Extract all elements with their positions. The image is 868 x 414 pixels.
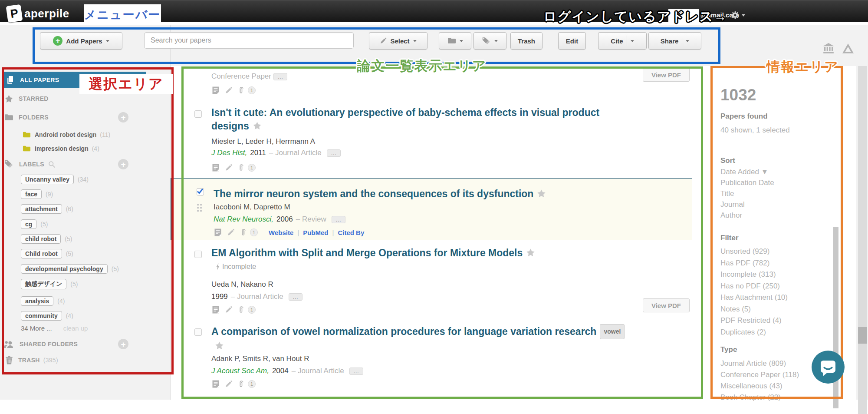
gear-icon[interactable] [731,11,740,20]
paper-checkbox[interactable] [194,251,202,258]
label-assign-button[interactable] [473,32,506,50]
sidebar-label-item[interactable]: face (9) [21,189,53,199]
add-label-button[interactable]: + [118,159,128,169]
filter-incomplete[interactable]: Incomplete (313) [720,269,788,281]
sidebar-folder-item[interactable]: Android robot design (11) [23,129,110,141]
settings-menu[interactable] [731,11,745,20]
paper-label-chip[interactable]: vowel [600,324,625,339]
sort-option-publication-date[interactable]: Publication Date [720,179,774,189]
sidebar-section-shared-folders[interactable]: SHARED FOLDERS [3,338,78,351]
paperclip-icon[interactable] [237,86,246,95]
paper-row-partial[interactable]: Conference Paper … 1 View PDF [171,66,692,101]
cite-button[interactable]: Cite [598,32,647,50]
paper-row[interactable]: A comparison of vowel normalization proc… [171,318,692,393]
paper-row-selected[interactable]: The mirror neuron system and the consequ… [171,178,692,241]
paper-checkbox-checked[interactable] [197,188,204,195]
sort-option-title[interactable]: Title [720,189,774,200]
more-options-badge[interactable]: … [289,293,302,301]
add-folder-button[interactable]: + [118,112,128,123]
filter-has-attachment[interactable]: Has Attachment (10) [720,292,788,304]
sidebar-item-starred[interactable]: STARRED [4,92,49,105]
paperclip-icon[interactable] [240,229,248,237]
paper-row[interactable]: Isn't it cute: An evolutionary perspecti… [171,101,692,179]
label-chip[interactable]: analysis [21,296,53,306]
notes-icon[interactable] [211,380,220,388]
notes-icon[interactable] [211,305,220,314]
label-chip[interactable]: community [21,311,62,321]
edit-pencil-icon[interactable] [225,164,233,172]
sidebar-label-item[interactable]: analysis (4) [21,296,65,306]
filter-has-pdf[interactable]: Has PDF (782) [720,258,788,269]
type-journal-article[interactable]: Journal Article (809) [720,358,799,369]
paper-title[interactable]: Isn't it cute: An evolutionary perspecti… [211,106,628,133]
type-book-chapter[interactable]: Book Chapter (22) [720,392,799,403]
google-drive-icon[interactable] [842,43,854,53]
notes-icon[interactable] [211,163,220,172]
paper-title[interactable]: EM Algorithm with Split and Merge Operat… [211,246,537,275]
sidebar-label-item[interactable]: attachment (6) [21,204,73,214]
more-options-badge[interactable]: … [327,149,341,157]
add-shared-folder-button[interactable]: + [118,339,128,349]
filter-notes[interactable]: Notes (5) [720,304,788,315]
paperpile-logo[interactable]: P aperpile [7,5,69,22]
paper-title-text[interactable]: Isn't it cute: An evolutionary perspecti… [211,107,599,132]
sidebar-label-item[interactable]: child robot (5) [21,234,72,244]
paper-checkbox[interactable] [194,328,202,336]
filter-has-no-pdf[interactable]: Has no PDF (250) [720,281,788,292]
view-pdf-button[interactable]: View PDF [643,68,690,82]
select-button[interactable]: Select [369,32,427,50]
share-button[interactable]: Share [648,32,701,50]
paper-journal[interactable]: J Acoust Soc Am, [211,367,269,375]
edit-pencil-icon[interactable] [225,86,233,94]
paper-title[interactable]: A comparison of vowel normalization proc… [211,324,628,353]
institution-proxy-icon[interactable] [823,43,834,54]
notes-icon[interactable] [211,86,220,95]
page-scrollbar-thumb[interactable] [858,327,867,344]
sidebar-section-labels[interactable]: LABELS [4,158,56,171]
more-options-badge[interactable]: … [349,368,363,375]
filter-duplicates[interactable]: Duplicates (2) [720,327,788,338]
paper-title[interactable]: The mirror neuron system and the consequ… [214,187,630,201]
trash-button[interactable]: Trash [510,32,542,50]
label-chip[interactable]: child robot [21,234,61,244]
page-scrollbar-track[interactable] [858,66,867,414]
label-chip[interactable]: Uncanny valley [21,175,74,184]
edit-pencil-icon[interactable] [225,380,233,388]
star-icon[interactable] [526,248,535,257]
sort-option-journal[interactable]: Journal [720,200,774,211]
label-chip[interactable]: 触感デザイン [21,279,66,289]
paperclip-icon[interactable] [237,306,246,314]
pubmed-link[interactable]: PubMed [303,229,328,236]
notes-icon[interactable] [214,228,222,237]
label-chip[interactable]: developmental psychology [21,264,108,274]
star-icon[interactable] [537,189,546,198]
paper-title-text[interactable]: The mirror neuron system and the consequ… [214,188,533,199]
edit-pencil-icon[interactable] [225,306,233,314]
sidebar-label-item[interactable]: community (4) [21,311,73,321]
sort-option-date-added[interactable]: Date Added ▼ [720,168,774,179]
paper-row[interactable]: EM Algorithm with Split and Merge Operat… [171,240,692,318]
clean-up-link[interactable]: clean up [63,325,88,332]
more-options-badge[interactable]: … [273,73,287,80]
paperclip-icon[interactable] [237,380,246,388]
cited-by-link[interactable]: Cited By [338,229,364,236]
sidebar-label-item[interactable]: Child robot (5) [21,249,73,258]
sidebar-section-folders[interactable]: FOLDERS [4,111,49,124]
label-chip[interactable]: attachment [21,204,62,214]
edit-button[interactable]: Edit [558,32,586,50]
sidebar-item-all-papers[interactable]: ALL PAPERS [3,72,146,88]
type-conference-paper[interactable]: Conference Paper (118) [720,369,799,381]
label-chip[interactable]: face [21,189,42,199]
sidebar-label-item[interactable]: Uncanny valley (34) [21,175,89,184]
more-labels-link[interactable]: 34 More ... [21,325,52,332]
more-options-badge[interactable]: … [332,216,345,223]
sidebar-label-item[interactable]: developmental psychology (5) [21,264,119,274]
website-link[interactable]: Website [269,229,293,236]
sidebar-folder-item[interactable]: Impression design (4) [23,142,99,155]
star-icon[interactable] [253,121,262,130]
sidebar-label-item[interactable]: cg (5) [21,219,48,229]
search-icon[interactable] [48,161,56,168]
folder-assign-button[interactable] [439,32,471,50]
search-input[interactable] [144,32,354,49]
paper-checkbox[interactable] [194,110,202,118]
